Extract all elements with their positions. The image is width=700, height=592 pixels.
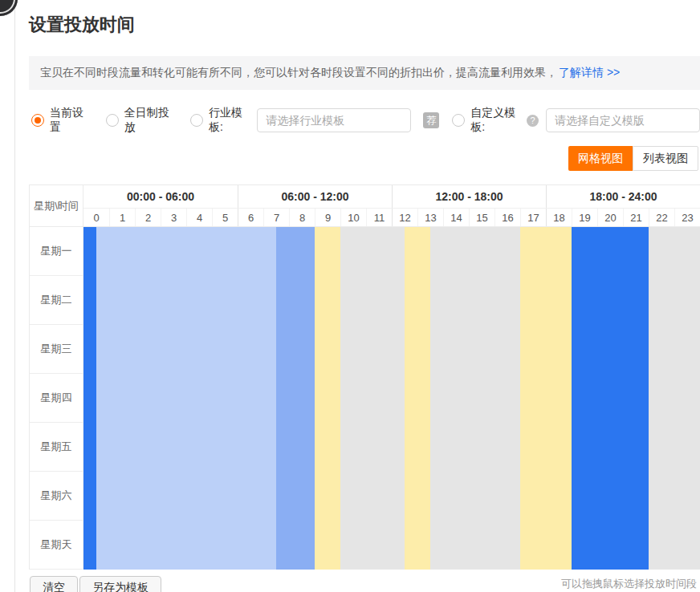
time-cell[interactable] <box>122 276 135 325</box>
mode-current[interactable]: 当前设置 <box>31 106 89 135</box>
time-cell[interactable] <box>289 521 302 570</box>
time-cell[interactable] <box>96 276 109 325</box>
time-cell[interactable] <box>366 325 379 374</box>
time-cell[interactable] <box>507 227 520 276</box>
time-cell[interactable] <box>494 227 507 276</box>
mode-industry[interactable]: 行业模板: <box>190 106 250 135</box>
time-cell[interactable] <box>289 325 302 374</box>
time-cell[interactable] <box>661 227 674 276</box>
time-cell[interactable] <box>546 472 559 521</box>
time-cell[interactable] <box>507 325 520 374</box>
time-cell[interactable] <box>623 276 636 325</box>
time-cell[interactable] <box>417 227 430 276</box>
time-cell[interactable] <box>392 472 405 521</box>
time-cell[interactable] <box>83 374 96 423</box>
time-cell[interactable] <box>456 472 469 521</box>
time-cell[interactable] <box>250 227 263 276</box>
time-cell[interactable] <box>430 325 443 374</box>
time-cell[interactable] <box>687 472 700 521</box>
time-cell[interactable] <box>238 521 250 570</box>
time-cell[interactable] <box>572 374 584 423</box>
radio-current-selected[interactable] <box>31 114 44 127</box>
time-cell[interactable] <box>494 423 507 472</box>
time-cell[interactable] <box>353 521 366 570</box>
time-cell[interactable] <box>507 423 520 472</box>
time-cell[interactable] <box>405 374 417 423</box>
time-cell[interactable] <box>430 472 443 521</box>
time-cell[interactable] <box>584 423 597 472</box>
time-cell[interactable] <box>674 374 687 423</box>
clear-button[interactable]: 清空 <box>30 576 78 592</box>
grid-view-button[interactable]: 网格视图 <box>568 146 633 171</box>
time-cell[interactable] <box>302 521 315 570</box>
time-cell[interactable] <box>584 276 597 325</box>
time-cell[interactable] <box>135 227 148 276</box>
time-cell[interactable] <box>417 423 430 472</box>
time-cell[interactable] <box>482 521 494 570</box>
time-cell[interactable] <box>572 472 584 521</box>
time-cell[interactable] <box>661 521 674 570</box>
time-cell[interactable] <box>482 325 494 374</box>
time-cell[interactable] <box>135 325 148 374</box>
time-cell[interactable] <box>212 227 225 276</box>
time-cell[interactable] <box>533 374 546 423</box>
time-cell[interactable] <box>302 472 315 521</box>
time-cell[interactable] <box>494 374 507 423</box>
time-cell[interactable] <box>610 472 623 521</box>
time-cell[interactable] <box>366 227 379 276</box>
time-cell[interactable] <box>456 423 469 472</box>
time-cell[interactable] <box>559 276 572 325</box>
time-cell[interactable] <box>315 472 328 521</box>
time-cell[interactable] <box>417 374 430 423</box>
time-cell[interactable] <box>250 521 263 570</box>
time-cell[interactable] <box>649 325 661 374</box>
time-cell[interactable] <box>109 521 122 570</box>
time-cell[interactable] <box>584 521 597 570</box>
time-cell[interactable] <box>520 374 533 423</box>
time-cell[interactable] <box>546 227 559 276</box>
time-cell[interactable] <box>417 472 430 521</box>
time-cell[interactable] <box>546 374 559 423</box>
time-cell[interactable] <box>212 276 225 325</box>
time-cell[interactable] <box>212 521 225 570</box>
time-cell[interactable] <box>276 276 289 325</box>
time-cell[interactable] <box>674 521 687 570</box>
time-cell[interactable] <box>482 374 494 423</box>
time-cell[interactable] <box>405 423 417 472</box>
time-cell[interactable] <box>340 276 353 325</box>
time-cell[interactable] <box>199 423 212 472</box>
time-cell[interactable] <box>584 227 597 276</box>
time-cell[interactable] <box>161 472 173 521</box>
time-cell[interactable] <box>96 325 109 374</box>
time-cell[interactable] <box>610 325 623 374</box>
time-cell[interactable] <box>173 472 186 521</box>
time-cell[interactable] <box>225 325 238 374</box>
time-cell[interactable] <box>161 276 173 325</box>
time-cell[interactable] <box>572 276 584 325</box>
time-cell[interactable] <box>456 374 469 423</box>
time-cell[interactable] <box>392 374 405 423</box>
time-cell[interactable] <box>559 521 572 570</box>
time-cell[interactable] <box>263 276 276 325</box>
time-cell[interactable] <box>469 227 482 276</box>
time-cell[interactable] <box>135 472 148 521</box>
time-cell[interactable] <box>443 521 456 570</box>
time-cell[interactable] <box>96 227 109 276</box>
time-cell[interactable] <box>83 227 96 276</box>
time-cell[interactable] <box>199 276 212 325</box>
time-cell[interactable] <box>649 521 661 570</box>
time-cell[interactable] <box>238 276 250 325</box>
time-cell[interactable] <box>405 325 417 374</box>
time-cell[interactable] <box>623 423 636 472</box>
time-cell[interactable] <box>636 472 649 521</box>
time-cell[interactable] <box>161 521 173 570</box>
time-cell[interactable] <box>610 521 623 570</box>
time-cell[interactable] <box>238 325 250 374</box>
time-cell[interactable] <box>392 227 405 276</box>
time-cell[interactable] <box>597 276 610 325</box>
time-cell[interactable] <box>263 325 276 374</box>
time-cell[interactable] <box>469 423 482 472</box>
time-cell[interactable] <box>276 325 289 374</box>
time-cell[interactable] <box>623 521 636 570</box>
time-cell[interactable] <box>379 472 392 521</box>
